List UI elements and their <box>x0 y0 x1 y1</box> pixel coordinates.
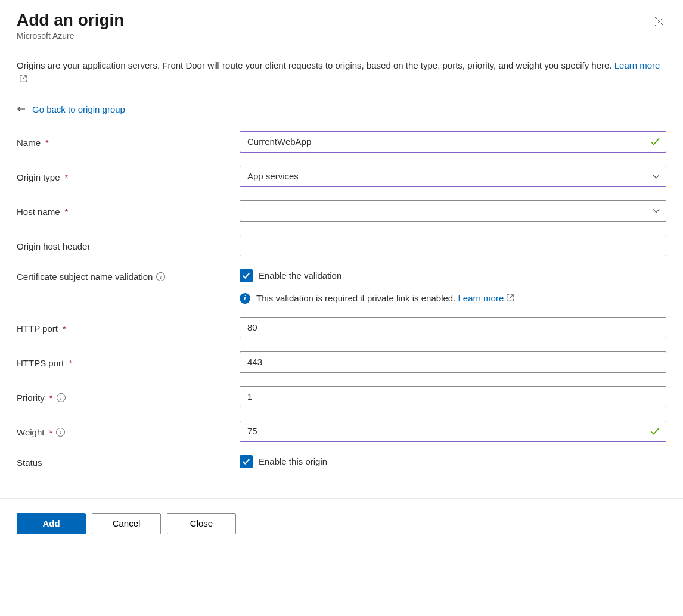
panel-title: Add an origin <box>17 11 124 30</box>
validation-info-message: i This validation is required if private… <box>240 293 666 304</box>
checkmark-icon <box>650 426 660 437</box>
name-label: Name* <box>17 135 240 148</box>
enable-origin-checkbox[interactable] <box>240 455 253 468</box>
intro-text: Origins are your application servers. Fr… <box>17 58 666 86</box>
origin-type-label: Origin type* <box>17 170 240 182</box>
external-link-icon <box>19 74 27 83</box>
arrow-left-icon <box>17 104 26 114</box>
http-port-label: HTTP port* <box>17 321 240 334</box>
name-input[interactable] <box>240 131 666 153</box>
panel-subtitle: Microsoft Azure <box>17 31 124 41</box>
host-name-label: Host name* <box>17 204 240 217</box>
validation-learn-more-link[interactable]: Learn more <box>458 293 515 303</box>
check-icon <box>242 458 250 466</box>
back-link[interactable]: Go back to origin group <box>17 104 125 114</box>
external-link-icon <box>506 294 514 302</box>
cert-validation-label: Certificate subject name validation i <box>17 269 240 282</box>
host-header-label: Origin host header <box>17 239 240 251</box>
info-icon[interactable]: i <box>56 428 65 437</box>
https-port-label: HTTPS port* <box>17 356 240 368</box>
origin-type-select[interactable]: App services <box>240 166 666 187</box>
info-icon[interactable]: i <box>156 272 165 281</box>
host-name-select[interactable] <box>240 200 666 222</box>
http-port-input[interactable] <box>240 317 666 338</box>
enable-validation-checkbox[interactable] <box>240 269 253 282</box>
cancel-button[interactable]: Cancel <box>92 513 161 534</box>
priority-input[interactable] <box>240 386 666 407</box>
weight-input[interactable] <box>240 421 666 442</box>
host-header-input[interactable] <box>240 235 666 256</box>
priority-label: Priority* i <box>17 390 240 403</box>
status-label: Status <box>17 455 240 468</box>
https-port-input[interactable] <box>240 351 666 373</box>
add-button[interactable]: Add <box>17 513 86 534</box>
close-button[interactable]: Close <box>167 513 236 534</box>
info-icon: i <box>240 293 250 304</box>
enable-origin-label: Enable this origin <box>259 456 327 466</box>
enable-validation-label: Enable the validation <box>259 270 342 281</box>
info-icon[interactable]: i <box>57 393 66 402</box>
close-icon[interactable] <box>652 14 666 29</box>
checkmark-icon <box>650 136 660 147</box>
weight-label: Weight* i <box>17 425 240 437</box>
check-icon <box>242 272 250 280</box>
